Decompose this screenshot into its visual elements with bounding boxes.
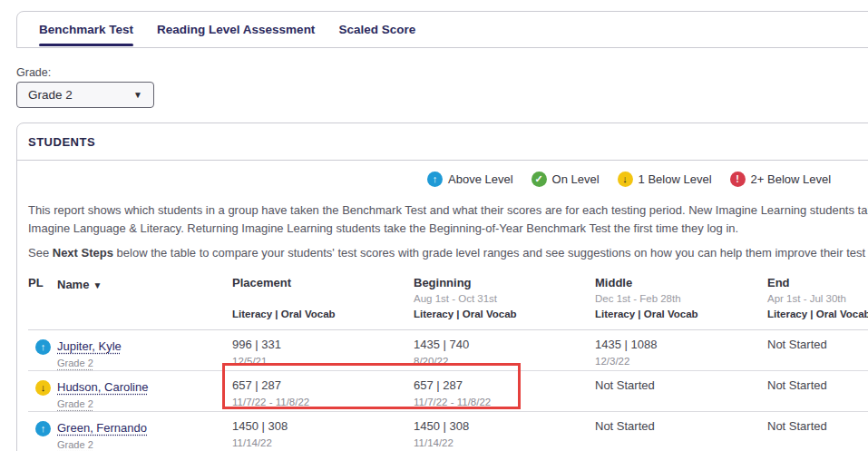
tab-scaled-score[interactable]: Scaled Score (338, 19, 415, 40)
score-date: 11/7/22 - 11/8/22 (232, 396, 414, 409)
next-steps-note: See Next Steps below the table to compar… (28, 244, 868, 262)
score-value: 657 | 287 (232, 378, 414, 393)
column-header-middle: Middle Dec 1st - Feb 28th Literacy | Ora… (595, 276, 767, 321)
legend: ↑ Above Level ✓ On Level ↓ 1 Below Level… (427, 171, 868, 187)
two-plus-below-level-icon: ! (730, 172, 746, 187)
tab-reading-level-assessment[interactable]: Reading Level Assessment (157, 19, 315, 40)
table-row: ↑ Green, Fernando Grade 2 1450 | 30811/1… (28, 412, 868, 451)
grade-select-value: Grade 2 (28, 88, 73, 102)
score-date: 8/20/22 (414, 355, 595, 368)
report-tabbar: Benchmark TestReading Level AssessmentSc… (16, 11, 868, 48)
report-description: This report shows which students in a gr… (28, 201, 868, 238)
student-grade-link[interactable]: Grade 2 (57, 358, 93, 368)
column-header-placement: Placement Literacy | Oral Vocab (232, 276, 414, 321)
score-value: Not Started (767, 338, 868, 352)
beginning-cell: 1450 | 30811/14/22 (414, 419, 595, 450)
above-level-icon: ↑ (35, 421, 51, 436)
tab-benchmark-test[interactable]: Benchmark Test (39, 19, 133, 40)
students-panel-title: STUDENTS (17, 123, 868, 161)
column-header-pl: PL (28, 276, 57, 290)
one-below-level-icon: ↓ (618, 172, 633, 187)
placement-cell: 657 | 28711/7/22 - 11/8/22 (232, 378, 414, 409)
table-header: PL Name▼ Placement Literacy | Oral Vocab… (28, 276, 868, 330)
column-header-name[interactable]: Name▼ (57, 276, 232, 292)
score-value: 1450 | 308 (414, 419, 595, 434)
score-value: 1435 | 1088 (595, 338, 767, 352)
placement-cell: 1450 | 30811/14/22 (232, 419, 414, 450)
student-name-link[interactable]: Green, Fernando (57, 421, 147, 435)
period-sub-label: Literacy | Oral Vocab (767, 308, 868, 321)
period-label: Beginning (414, 276, 595, 290)
end-cell: Not Started (767, 378, 868, 396)
legend-item-label: 1 Below Level (639, 172, 712, 186)
grade-select[interactable]: Grade 2 ▼ (16, 82, 154, 108)
on-level-icon: ✓ (532, 172, 547, 187)
middle-cell: 1435 | 108812/3/22 (595, 338, 767, 368)
score-value: 996 | 331 (232, 338, 414, 352)
placement-cell: 996 | 33112/5/21 (232, 338, 414, 368)
table-body: ↑ Jupiter, Kyle Grade 2 996 | 33112/5/21… (28, 330, 868, 451)
student-name-link[interactable]: Jupiter, Kyle (57, 339, 122, 353)
students-panel-body: ↑ Above Level ✓ On Level ↓ 1 Below Level… (17, 171, 868, 451)
score-date: 11/7/22 - 11/8/22 (414, 396, 595, 409)
next-steps-rest: below the table to compare your students… (113, 246, 868, 260)
legend-item-label: 2+ Below Level (751, 172, 832, 186)
chevron-down-icon: ▼ (133, 90, 142, 100)
score-value: Not Started (767, 419, 868, 434)
benchmark-report-screen: Benchmark TestReading Level AssessmentSc… (0, 0, 868, 451)
legend-item-label: Above Level (448, 172, 513, 186)
column-header-name-label: Name (57, 278, 89, 291)
legend-item: ↓ 1 Below Level (618, 172, 712, 187)
period-date-range: Aug 1st - Oct 31st (414, 292, 595, 306)
legend-item: ! 2+ Below Level (730, 172, 832, 187)
description-line-1: This report shows which students in a gr… (28, 201, 868, 220)
description-line-2: Imagine Language & Literacy. Returning I… (28, 220, 868, 238)
score-date: 12/5/21 (232, 355, 414, 368)
period-label: Middle (595, 276, 767, 290)
period-sub-label: Literacy | Oral Vocab (232, 308, 414, 321)
end-cell: Not Started (767, 419, 868, 436)
table-row: ↑ Jupiter, Kyle Grade 2 996 | 33112/5/21… (28, 330, 868, 371)
legend-item-label: On Level (552, 172, 600, 186)
score-value: Not Started (595, 378, 767, 393)
period-date-range: Dec 1st - Feb 28th (595, 292, 767, 306)
score-value: 1450 | 308 (232, 419, 414, 434)
score-value: 657 | 287 (414, 378, 595, 393)
score-date: 11/14/22 (232, 436, 414, 450)
period-label: End (767, 276, 868, 290)
legend-item: ↑ Above Level (427, 172, 513, 187)
period-sub-label: Literacy | Oral Vocab (414, 308, 595, 321)
score-value: Not Started (767, 378, 868, 393)
score-value: Not Started (595, 419, 767, 434)
next-steps-bold: Next Steps (53, 246, 113, 260)
one-below-level-icon: ↓ (35, 380, 51, 396)
student-grade-link[interactable]: Grade 2 (57, 439, 93, 450)
students-panel: STUDENTS ↑ Above Level ✓ On Level ↓ 1 Be… (16, 123, 868, 451)
score-date: 12/3/22 (595, 355, 767, 368)
above-level-icon: ↑ (35, 339, 51, 355)
beginning-cell: 657 | 28711/7/22 - 11/8/22 (414, 378, 595, 409)
period-sub-label: Literacy | Oral Vocab (595, 308, 767, 321)
next-steps-prefix: See (28, 246, 53, 260)
middle-cell: Not Started (595, 378, 767, 396)
sort-descending-icon: ▼ (93, 280, 102, 290)
score-value: 1435 | 740 (414, 338, 595, 352)
middle-cell: Not Started (595, 419, 767, 436)
column-header-end: End Apr 1st - Jul 30th Literacy | Oral V… (767, 276, 868, 321)
above-level-icon: ↑ (427, 172, 443, 187)
column-header-beginning: Beginning Aug 1st - Oct 31st Literacy | … (414, 276, 595, 321)
period-label: Placement (232, 276, 414, 290)
grade-filter-label: Grade: (16, 66, 51, 79)
table-row: ↓ Hudson, Caroline Grade 2 657 | 28711/7… (28, 371, 868, 412)
legend-item: ✓ On Level (532, 172, 600, 187)
period-date-range: Apr 1st - Jul 30th (767, 292, 868, 306)
end-cell: Not Started (767, 338, 868, 355)
period-date-range (232, 292, 414, 306)
student-name-link[interactable]: Hudson, Caroline (57, 380, 148, 394)
score-date: 11/14/22 (414, 436, 595, 450)
student-grade-link[interactable]: Grade 2 (57, 398, 93, 409)
beginning-cell: 1435 | 7408/20/22 (414, 338, 595, 368)
